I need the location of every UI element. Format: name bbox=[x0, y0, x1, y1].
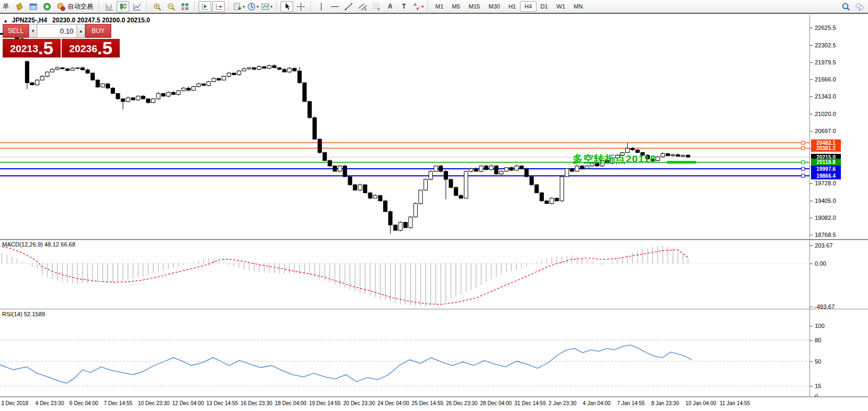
one-click-trading-panel: SELL ▼ ▲ BUY 20213.5 20236.5 bbox=[3, 24, 120, 57]
price-level-chip[interactable]: 19997.6 bbox=[811, 166, 841, 172]
periods-button[interactable]: ▾ bbox=[246, 1, 259, 12]
candle-body bbox=[358, 185, 362, 190]
candle-body bbox=[283, 69, 286, 72]
search-button[interactable] bbox=[839, 1, 852, 12]
time-axis-label: 25 Dec 14:55 bbox=[412, 400, 444, 406]
main-chart-canvas[interactable] bbox=[0, 15, 809, 240]
price-level-chip[interactable]: 20118.8 bbox=[811, 159, 841, 166]
channel-button[interactable]: E bbox=[356, 1, 369, 12]
macd-panel-separator[interactable] bbox=[0, 239, 868, 240]
timeframe-m1-button[interactable]: M1 bbox=[431, 1, 448, 12]
text-button[interactable]: A bbox=[384, 1, 396, 12]
time-axis-label: 6 Dec 04:00 bbox=[70, 400, 98, 406]
bar-chart-button[interactable] bbox=[103, 1, 115, 12]
price-tick-dash bbox=[810, 131, 813, 131]
price-axis[interactable]: 22625.522302.521979.521666.021343.021020… bbox=[809, 15, 868, 397]
line-handle[interactable] bbox=[801, 161, 805, 164]
candle-body bbox=[252, 68, 256, 69]
candle-body bbox=[469, 169, 473, 171]
sell-button[interactable]: SELL bbox=[3, 24, 29, 38]
price-tick-label: 19405.0 bbox=[815, 198, 836, 204]
timeframe-m15-button[interactable]: M15 bbox=[465, 1, 484, 12]
tiles-icon bbox=[180, 2, 189, 11]
timeframe-h4-button[interactable]: H4 bbox=[520, 1, 536, 12]
timeframe-m30-button[interactable]: M30 bbox=[484, 1, 504, 12]
templates-button[interactable]: ▾ bbox=[260, 1, 273, 12]
sell-price-box[interactable]: 20213.5 bbox=[3, 39, 61, 57]
new-order-icon[interactable] bbox=[13, 1, 26, 12]
green-trend-segment[interactable] bbox=[667, 161, 696, 163]
candle-body bbox=[141, 96, 145, 99]
candles-icon bbox=[119, 2, 128, 11]
bars-icon bbox=[105, 2, 114, 11]
candle-body bbox=[71, 68, 75, 70]
price-level-chip[interactable]: 20381.2 bbox=[811, 145, 841, 152]
volume-input[interactable] bbox=[37, 24, 77, 38]
candle-body bbox=[81, 68, 85, 70]
trend-annotation-text[interactable]: 多空转折点20118 bbox=[573, 152, 656, 166]
horizontal-line-button[interactable] bbox=[328, 1, 341, 12]
candle-body bbox=[494, 166, 498, 174]
timeframe-w1-button[interactable]: W1 bbox=[552, 1, 570, 12]
time-axis-label: 7 Dec 14:55 bbox=[104, 400, 133, 406]
volume-increase-button[interactable]: ▲ bbox=[77, 24, 85, 38]
chart-shift-button[interactable] bbox=[212, 1, 225, 12]
buy-button[interactable]: BUY bbox=[85, 24, 111, 38]
chat-button[interactable] bbox=[853, 1, 866, 12]
macd-panel-canvas[interactable] bbox=[0, 241, 809, 309]
arrows-button[interactable]: ▾ bbox=[411, 1, 424, 12]
line-handle[interactable] bbox=[801, 141, 805, 144]
text-label-button[interactable]: T bbox=[398, 1, 410, 12]
line-handle[interactable] bbox=[801, 174, 805, 177]
candle-body bbox=[403, 223, 407, 228]
zoom-out-button[interactable] bbox=[164, 1, 177, 12]
candle-body bbox=[419, 190, 423, 203]
cursor-button[interactable] bbox=[280, 1, 293, 12]
candle-body bbox=[96, 80, 100, 87]
line-handle[interactable] bbox=[801, 167, 805, 170]
tile-windows-button[interactable] bbox=[178, 1, 191, 12]
volume-decrease-button[interactable]: ▼ bbox=[29, 24, 37, 38]
crosshair-button[interactable] bbox=[294, 1, 307, 12]
collapse-triangle-icon[interactable]: ▲ bbox=[3, 18, 8, 23]
profiles-icon[interactable] bbox=[27, 1, 39, 12]
line-chart-button[interactable] bbox=[130, 1, 143, 12]
timeframe-h1-button[interactable]: H1 bbox=[504, 1, 520, 12]
time-axis-label: 10 Jan 04:00 bbox=[685, 400, 716, 406]
timeframe-d1-button[interactable]: D1 bbox=[536, 1, 552, 12]
menu-fragment[interactable]: 单 bbox=[3, 2, 9, 11]
market-watch-icon[interactable] bbox=[40, 1, 53, 12]
candlestick-button[interactable] bbox=[117, 1, 129, 12]
buy-price-box[interactable]: 20236.5 bbox=[62, 39, 120, 57]
auto-scroll-button[interactable] bbox=[199, 1, 211, 12]
new-chart-button[interactable]: ▾ bbox=[233, 1, 245, 12]
rsi-panel-separator[interactable] bbox=[0, 309, 868, 309]
autoscroll-icon bbox=[201, 2, 210, 11]
fibo-icon: F bbox=[372, 2, 381, 11]
time-axis[interactable]: 3 Dec 20184 Dec 23:306 Dec 04:007 Dec 14… bbox=[0, 397, 868, 411]
vertical-line-button[interactable] bbox=[315, 1, 327, 12]
price-level-chip[interactable]: 19866.4 bbox=[811, 172, 841, 179]
hline-icon bbox=[330, 2, 340, 11]
price-tick-dash bbox=[810, 62, 813, 63]
line-handle[interactable] bbox=[801, 146, 805, 150]
candle-body bbox=[338, 166, 342, 171]
candle-body bbox=[383, 201, 387, 211]
symbol-period-label: JPN225-,H4 bbox=[12, 17, 47, 24]
candle-body bbox=[51, 69, 54, 72]
timeframe-m5-button[interactable]: M5 bbox=[448, 1, 464, 12]
candle-body bbox=[111, 88, 115, 94]
candle-body bbox=[207, 81, 211, 85]
vline-icon bbox=[317, 2, 326, 11]
zoom-in-button[interactable] bbox=[151, 1, 163, 12]
rsi-panel-canvas[interactable] bbox=[0, 310, 809, 397]
candle-body bbox=[212, 78, 216, 81]
candle-body bbox=[666, 154, 669, 156]
autotrading-button[interactable]: 自动交易 bbox=[54, 1, 96, 12]
candle-body bbox=[297, 71, 301, 83]
candle-body bbox=[328, 161, 332, 166]
candle-body bbox=[631, 148, 634, 150]
fibonacci-button[interactable]: F bbox=[370, 1, 383, 12]
timeframe-mn-button[interactable]: MN bbox=[569, 1, 587, 12]
trendline-button[interactable] bbox=[342, 1, 355, 12]
